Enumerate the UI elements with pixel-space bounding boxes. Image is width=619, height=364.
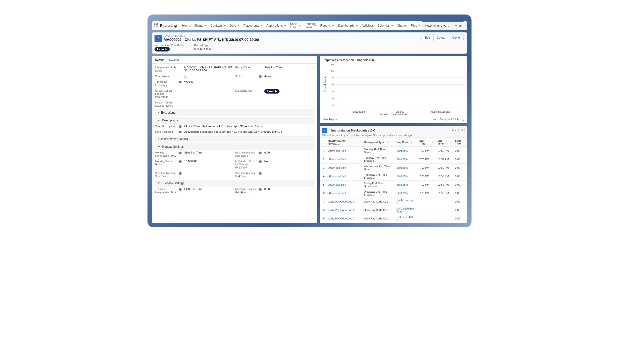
tuesday-min-paid-label: Minimum Tuesday Paid Hours — [235, 188, 257, 194]
cell-pay[interactable]: Public Holiday 2.5 — [394, 197, 417, 206]
cell-name[interactable]: Afternoon Shift — [326, 164, 362, 172]
cell-name[interactable]: Daily Pay Code Cap 1 — [326, 197, 362, 206]
cell-rownum: 1 — [320, 147, 326, 155]
info-icon[interactable]: i — [179, 81, 182, 84]
edit-button[interactable]: Edit — [422, 35, 433, 41]
section-descriptions[interactable]: Descriptions — [155, 117, 314, 124]
cell-end: 11:59 PM — [436, 164, 453, 172]
cell-start: 7:00 PM — [417, 164, 436, 172]
delete-button[interactable]: Delete — [433, 35, 449, 41]
info-icon[interactable]: i — [179, 152, 182, 154]
cell-pay[interactable]: Ordinary Shift 1.5 — [394, 214, 417, 223]
cell-rownum: 5 — [320, 181, 326, 189]
status-value: Active — [264, 75, 314, 78]
view-report-link[interactable]: View Report — [323, 118, 337, 121]
col-type[interactable]: Breakpoint Type — [362, 138, 394, 147]
tab-details[interactable]: Details — [155, 58, 164, 63]
cell-start — [417, 214, 436, 223]
cell-name[interactable]: Afternoon Shift — [326, 147, 362, 155]
gear-icon[interactable]: ⚙▾ — [451, 128, 457, 133]
nav-item-reports[interactable]: Reports — [318, 21, 336, 30]
info-icon[interactable]: i — [179, 131, 182, 133]
change-record-type-icon[interactable]: ↗ — [312, 66, 314, 69]
nav-item-home[interactable]: Home — [180, 21, 192, 30]
nav-item-calendar[interactable]: Calendar — [376, 21, 395, 30]
cell-name[interactable]: Daily Pay Code Cap 3 — [326, 214, 362, 223]
nav-item-chatter[interactable]: Chatter — [395, 21, 409, 30]
info-icon[interactable]: i — [179, 125, 182, 128]
cell-pay[interactable]: OT 2.0 Double Time — [394, 206, 417, 214]
cell-name[interactable]: Afternoon Shift — [326, 155, 362, 164]
launch-builder-button[interactable]: Launch — [264, 89, 280, 94]
app-launcher-icon[interactable] — [154, 23, 158, 28]
nav-item-contacts[interactable]: Contacts — [209, 21, 228, 30]
cell-pay[interactable]: Shift 15% — [394, 164, 417, 172]
col-start[interactable]: Start Time — [417, 138, 436, 147]
cell-pay[interactable]: Shift 15% — [394, 155, 417, 164]
close-icon[interactable]: ✕ — [458, 24, 461, 28]
info-icon[interactable]: i — [259, 75, 262, 78]
info-icon[interactable]: i — [179, 188, 182, 191]
cell-thr: 0.00 — [453, 155, 467, 164]
record-actions: Edit Delete Clone — [421, 35, 464, 41]
col-name[interactable]: Interpretation Breakp...↑ — [326, 138, 362, 147]
cell-type: Tuesday End Time Breakpo... — [362, 155, 394, 164]
nav-item-short-lists[interactable]: Short Lists — [288, 21, 302, 30]
info-icon[interactable]: i — [259, 160, 262, 163]
chevron-down-icon — [432, 142, 434, 143]
nav-item-clients[interactable]: Clients — [192, 21, 209, 30]
section-tuesday-settings[interactable]: Tuesday Settings — [155, 180, 314, 187]
cell-pay[interactable]: Shift 15% — [394, 181, 417, 189]
nav-item-applications[interactable]: Applications — [265, 21, 288, 30]
chevron-down-icon[interactable] — [455, 25, 457, 27]
cell-type: Friday End Time Breakpoint — [362, 181, 394, 189]
cell-name[interactable]: Afternoon Shift — [326, 172, 362, 181]
cell-rownum: 2 — [320, 155, 326, 164]
cell-name[interactable]: Afternoon Shift — [326, 181, 362, 189]
nav-more[interactable]: More — [464, 21, 472, 30]
chevron-right-icon — [158, 112, 159, 114]
chevron-down-icon — [332, 25, 334, 26]
launch-builder-header-button[interactable]: Launch — [155, 47, 170, 52]
cell-pay[interactable]: Shift 15% — [394, 147, 417, 155]
section-interpretation-details[interactable]: Interpretation Details — [155, 136, 314, 142]
section-monday-settings[interactable]: Monday Settings — [155, 143, 314, 150]
nav-item-activities[interactable]: Activities — [360, 21, 376, 30]
info-icon[interactable]: i — [259, 188, 262, 191]
cell-pay[interactable]: Shift 15% — [394, 172, 417, 181]
refresh-icon[interactable] — [462, 118, 464, 121]
cell-pay[interactable]: Shift 15% — [394, 189, 417, 197]
info-icon[interactable]: i — [179, 172, 182, 175]
chevron-down-icon — [284, 25, 286, 26]
chevron-down-icon — [410, 142, 412, 143]
cell-name[interactable]: Afternoon Shift — [326, 189, 362, 197]
tab-related[interactable]: Related — [169, 58, 179, 63]
record-title: MA000002 - Clerks PS SHIFT A/S, N/S 38/1… — [164, 38, 259, 42]
col-pay[interactable]: Pay Code — [394, 138, 417, 147]
cell-name[interactable]: Daily Pay Code Cap 2 — [326, 206, 362, 214]
nav-item-sourcing-center[interactable]: Sourcing Center — [302, 21, 318, 30]
info-icon[interactable]: i — [179, 160, 182, 163]
col-end[interactable]: End Time — [436, 138, 453, 147]
nav-item-dashboards[interactable]: Dashboards — [336, 21, 360, 30]
section-exceptions[interactable]: Exceptions — [155, 109, 314, 116]
nav-item-jobs[interactable]: Jobs — [228, 21, 241, 30]
refresh-icon[interactable]: ↻ — [458, 128, 465, 133]
short-desc-label: Short Description — [155, 125, 178, 128]
col-thr[interactable]: Start Thre — [453, 138, 467, 147]
info-icon[interactable]: i — [259, 172, 262, 175]
cell-rownum: 8 — [320, 206, 326, 214]
cell-thr: 0.00 — [453, 147, 467, 155]
nav-item-placements[interactable]: Placements — [241, 21, 265, 30]
default-casual-pct-label: Default Casual Loading Percentage — [155, 89, 178, 98]
cell-type: Daily Pay Code Cap — [362, 214, 394, 223]
clone-button[interactable]: Clone — [449, 35, 463, 41]
info-icon[interactable]: i — [259, 152, 262, 154]
app-name: Recruiting — [160, 24, 177, 28]
cell-thr: 0.00 — [453, 197, 467, 206]
builder-label: Interpretation Rule Builder — [155, 44, 185, 47]
monday-type-label: Monday Interpretation Type — [155, 151, 178, 157]
chevron-down-icon — [205, 25, 207, 26]
workspace-tab-active[interactable]: * MA000002 - Clerks PS SHI... ✕ — [422, 21, 464, 30]
nav-item-files[interactable]: Files — [409, 21, 422, 30]
